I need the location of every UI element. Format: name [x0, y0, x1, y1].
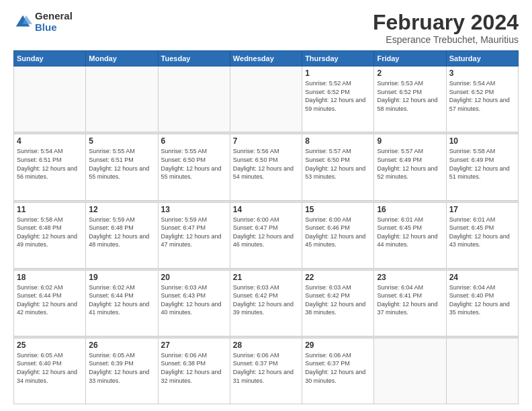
- day-number: 4: [17, 136, 83, 146]
- day-number: 24: [449, 273, 515, 282]
- day-number: 12: [89, 205, 154, 214]
- header-wednesday: Wednesday: [230, 51, 302, 66]
- day-info: Sunrise: 6:02 AM Sunset: 6:44 PM Dayligh…: [89, 283, 154, 317]
- table-row: 24Sunrise: 6:04 AM Sunset: 6:40 PM Dayli…: [446, 270, 518, 336]
- table-row: 7Sunrise: 5:56 AM Sunset: 6:50 PM Daylig…: [230, 134, 302, 200]
- table-row: 27Sunrise: 6:06 AM Sunset: 6:38 PM Dayli…: [158, 338, 230, 404]
- table-row: 16Sunrise: 6:01 AM Sunset: 6:45 PM Dayli…: [374, 202, 446, 268]
- day-info: Sunrise: 6:02 AM Sunset: 6:44 PM Dayligh…: [17, 283, 83, 317]
- day-info: Sunrise: 6:00 AM Sunset: 6:47 PM Dayligh…: [233, 216, 299, 249]
- table-row: 29Sunrise: 6:06 AM Sunset: 6:37 PM Dayli…: [302, 338, 374, 404]
- logo: General Blue: [13, 11, 73, 33]
- day-number: 11: [17, 205, 83, 214]
- day-number: 7: [233, 136, 299, 146]
- table-row: [158, 66, 230, 132]
- day-info: Sunrise: 5:52 AM Sunset: 6:52 PM Dayligh…: [305, 79, 371, 113]
- day-info: Sunrise: 6:06 AM Sunset: 6:37 PM Dayligh…: [233, 351, 299, 385]
- day-number: 15: [305, 205, 371, 214]
- day-info: Sunrise: 6:01 AM Sunset: 6:45 PM Dayligh…: [377, 216, 443, 249]
- day-number: 9: [377, 136, 443, 146]
- day-number: 18: [17, 273, 83, 282]
- calendar-week-row: 25Sunrise: 6:05 AM Sunset: 6:40 PM Dayli…: [14, 338, 519, 404]
- logo-general-text: General: [35, 11, 73, 22]
- table-row: 22Sunrise: 6:03 AM Sunset: 6:42 PM Dayli…: [302, 270, 374, 336]
- header-thursday: Thursday: [302, 51, 374, 66]
- day-number: 19: [89, 273, 154, 282]
- calendar-week-row: 18Sunrise: 6:02 AM Sunset: 6:44 PM Dayli…: [14, 270, 519, 336]
- table-row: 28Sunrise: 6:06 AM Sunset: 6:37 PM Dayli…: [230, 338, 302, 404]
- table-row: [86, 66, 158, 132]
- logo-blue-text: Blue: [35, 22, 73, 34]
- day-number: 20: [161, 273, 227, 282]
- location-title: Esperance Trebuchet, Mauritius: [373, 34, 519, 45]
- table-row: 5Sunrise: 5:55 AM Sunset: 6:51 PM Daylig…: [86, 134, 158, 200]
- table-row: 1Sunrise: 5:52 AM Sunset: 6:52 PM Daylig…: [302, 66, 374, 132]
- day-info: Sunrise: 6:06 AM Sunset: 6:37 PM Dayligh…: [305, 351, 371, 385]
- table-row: 17Sunrise: 6:01 AM Sunset: 6:45 PM Dayli…: [446, 202, 518, 268]
- table-row: 11Sunrise: 5:58 AM Sunset: 6:48 PM Dayli…: [14, 202, 86, 268]
- day-number: 26: [89, 340, 154, 350]
- day-number: 1: [305, 68, 371, 78]
- calendar-table: Sunday Monday Tuesday Wednesday Thursday…: [13, 50, 519, 404]
- day-info: Sunrise: 5:53 AM Sunset: 6:52 PM Dayligh…: [377, 79, 443, 113]
- day-info: Sunrise: 5:54 AM Sunset: 6:51 PM Dayligh…: [17, 147, 83, 181]
- day-info: Sunrise: 6:04 AM Sunset: 6:40 PM Dayligh…: [449, 283, 515, 317]
- day-number: 14: [233, 205, 299, 214]
- day-info: Sunrise: 5:56 AM Sunset: 6:50 PM Dayligh…: [233, 147, 299, 181]
- day-info: Sunrise: 5:59 AM Sunset: 6:47 PM Dayligh…: [161, 216, 227, 249]
- day-number: 21: [233, 273, 299, 282]
- table-row: 21Sunrise: 6:03 AM Sunset: 6:42 PM Dayli…: [230, 270, 302, 336]
- day-number: 3: [449, 68, 515, 78]
- table-row: [374, 338, 446, 404]
- table-row: 12Sunrise: 5:59 AM Sunset: 6:48 PM Dayli…: [86, 202, 158, 268]
- day-info: Sunrise: 6:03 AM Sunset: 6:43 PM Dayligh…: [161, 283, 227, 317]
- table-row: [14, 66, 86, 132]
- header-sunday: Sunday: [14, 51, 86, 66]
- header: General Blue February 2024 Esperance Tre…: [13, 11, 519, 45]
- day-info: Sunrise: 6:05 AM Sunset: 6:39 PM Dayligh…: [89, 351, 154, 385]
- day-info: Sunrise: 6:03 AM Sunset: 6:42 PM Dayligh…: [233, 283, 299, 317]
- header-saturday: Saturday: [446, 51, 518, 66]
- logo-icon: [13, 13, 32, 32]
- page: General Blue February 2024 Esperance Tre…: [0, 0, 532, 411]
- day-number: 25: [17, 340, 83, 350]
- day-number: 6: [161, 136, 227, 146]
- table-row: 10Sunrise: 5:58 AM Sunset: 6:49 PM Dayli…: [446, 134, 518, 200]
- day-number: 10: [449, 136, 515, 146]
- table-row: 18Sunrise: 6:02 AM Sunset: 6:44 PM Dayli…: [14, 270, 86, 336]
- day-info: Sunrise: 6:00 AM Sunset: 6:46 PM Dayligh…: [305, 216, 371, 249]
- day-info: Sunrise: 5:58 AM Sunset: 6:49 PM Dayligh…: [449, 147, 515, 181]
- header-monday: Monday: [86, 51, 158, 66]
- table-row: 9Sunrise: 5:57 AM Sunset: 6:49 PM Daylig…: [374, 134, 446, 200]
- day-number: 28: [233, 340, 299, 350]
- day-number: 27: [161, 340, 227, 350]
- day-info: Sunrise: 5:54 AM Sunset: 6:52 PM Dayligh…: [449, 79, 515, 113]
- table-row: 6Sunrise: 5:55 AM Sunset: 6:50 PM Daylig…: [158, 134, 230, 200]
- table-row: [446, 338, 518, 404]
- day-info: Sunrise: 5:57 AM Sunset: 6:50 PM Dayligh…: [305, 147, 371, 181]
- day-number: 16: [377, 205, 443, 214]
- day-info: Sunrise: 6:04 AM Sunset: 6:41 PM Dayligh…: [377, 283, 443, 317]
- day-info: Sunrise: 5:59 AM Sunset: 6:48 PM Dayligh…: [89, 216, 154, 249]
- title-section: February 2024 Esperance Trebuchet, Mauri…: [373, 11, 519, 45]
- calendar-week-row: 4Sunrise: 5:54 AM Sunset: 6:51 PM Daylig…: [14, 134, 519, 200]
- day-number: 23: [377, 273, 443, 282]
- table-row: 4Sunrise: 5:54 AM Sunset: 6:51 PM Daylig…: [14, 134, 86, 200]
- day-info: Sunrise: 5:55 AM Sunset: 6:51 PM Dayligh…: [89, 147, 154, 181]
- day-number: 29: [305, 340, 371, 350]
- calendar-week-row: 11Sunrise: 5:58 AM Sunset: 6:48 PM Dayli…: [14, 202, 519, 268]
- day-number: 13: [161, 205, 227, 214]
- day-number: 22: [305, 273, 371, 282]
- logo-text: General Blue: [35, 11, 73, 33]
- day-info: Sunrise: 5:57 AM Sunset: 6:49 PM Dayligh…: [377, 147, 443, 181]
- day-number: 8: [305, 136, 371, 146]
- day-info: Sunrise: 5:58 AM Sunset: 6:48 PM Dayligh…: [17, 216, 83, 249]
- table-row: 2Sunrise: 5:53 AM Sunset: 6:52 PM Daylig…: [374, 66, 446, 132]
- header-friday: Friday: [374, 51, 446, 66]
- table-row: 25Sunrise: 6:05 AM Sunset: 6:40 PM Dayli…: [14, 338, 86, 404]
- day-info: Sunrise: 6:05 AM Sunset: 6:40 PM Dayligh…: [17, 351, 83, 385]
- table-row: [230, 66, 302, 132]
- day-info: Sunrise: 5:55 AM Sunset: 6:50 PM Dayligh…: [161, 147, 227, 181]
- calendar-week-row: 1Sunrise: 5:52 AM Sunset: 6:52 PM Daylig…: [14, 66, 519, 132]
- table-row: 8Sunrise: 5:57 AM Sunset: 6:50 PM Daylig…: [302, 134, 374, 200]
